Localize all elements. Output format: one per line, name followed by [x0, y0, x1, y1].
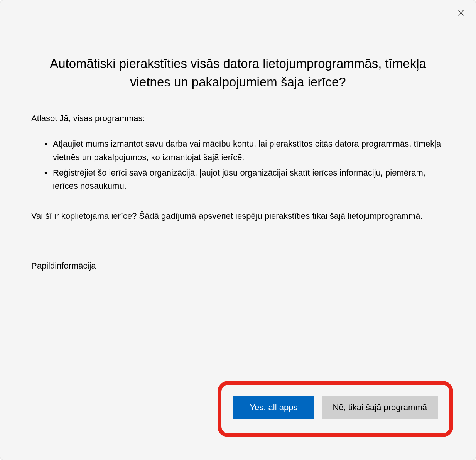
highlight-annotation: Yes, all apps Nē, tikai šajā programmā: [218, 381, 453, 437]
no-this-app-only-button[interactable]: Nē, tikai šajā programmā: [322, 396, 438, 419]
yes-all-apps-button[interactable]: Yes, all apps: [233, 396, 314, 419]
dialog-heading: Automātiski pierakstīties visās datora l…: [31, 54, 445, 91]
more-info-link[interactable]: Papildinformācija: [31, 261, 96, 271]
list-item: Reģistrējiet šo ierīci savā organizācijā…: [46, 166, 445, 193]
shared-device-text: Vai šī ir koplietojama ierīce? Šādā gadī…: [31, 210, 445, 222]
list-item: Atļaujiet mums izmantot savu darba vai m…: [46, 137, 445, 164]
intro-text: Atlasot Jā, visas programmas:: [31, 113, 445, 125]
close-icon: [457, 8, 465, 17]
button-area: Yes, all apps Nē, tikai šajā programmā: [218, 381, 453, 437]
signin-dialog: Automātiski pierakstīties visās datora l…: [0, 0, 476, 460]
bullet-list: Atļaujiet mums izmantot savu darba vai m…: [31, 137, 445, 192]
close-button[interactable]: [453, 5, 469, 20]
